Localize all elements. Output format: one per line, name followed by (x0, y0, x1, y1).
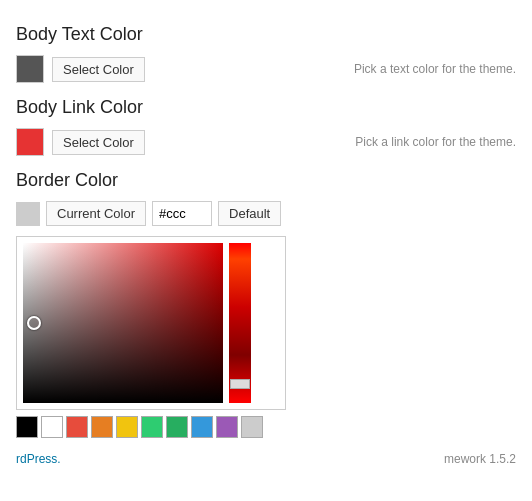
color-picker-panel (16, 236, 286, 410)
swatch-purple[interactable] (216, 416, 238, 438)
swatches-row (16, 416, 516, 438)
body-text-select-color-button[interactable]: Select Color (52, 57, 145, 82)
body-link-color-row: Select Color Pick a link color for the t… (16, 128, 516, 156)
footer-framework-text: mework 1.5.2 (444, 452, 516, 466)
swatch-yellow[interactable] (116, 416, 138, 438)
body-link-color-swatch (16, 128, 44, 156)
body-text-color-section: Body Text Color Select Color Pick a text… (16, 24, 516, 83)
swatch-green[interactable] (141, 416, 163, 438)
body-text-hint: Pick a text color for the theme. (354, 62, 516, 76)
body-link-color-title: Body Link Color (16, 97, 516, 118)
gradient-handle[interactable] (27, 316, 41, 330)
hash-color-input[interactable] (152, 201, 212, 226)
body-link-hint: Pick a link color for the theme. (355, 135, 516, 149)
current-color-button[interactable]: Current Color (46, 201, 146, 226)
swatch-blue[interactable] (191, 416, 213, 438)
swatch-red[interactable] (66, 416, 88, 438)
body-link-color-section: Body Link Color Select Color Pick a link… (16, 97, 516, 156)
swatch-dark-green[interactable] (166, 416, 188, 438)
border-color-section: Border Color Current Color Default (16, 170, 516, 438)
body-text-color-left: Select Color (16, 55, 145, 83)
hue-handle[interactable] (230, 379, 250, 389)
hue-slider[interactable] (229, 243, 251, 403)
body-link-color-left: Select Color (16, 128, 145, 156)
footer-row: rdPress. mework 1.5.2 (16, 446, 516, 466)
swatch-white[interactable] (41, 416, 63, 438)
swatch-orange[interactable] (91, 416, 113, 438)
hue-slider-container (229, 243, 251, 403)
body-text-color-row: Select Color Pick a text color for the t… (16, 55, 516, 83)
swatch-black[interactable] (16, 416, 38, 438)
body-text-color-title: Body Text Color (16, 24, 516, 45)
border-color-title: Border Color (16, 170, 516, 191)
body-link-select-color-button[interactable]: Select Color (52, 130, 145, 155)
default-button[interactable]: Default (218, 201, 281, 226)
body-text-color-swatch (16, 55, 44, 83)
gradient-overlay (23, 243, 223, 403)
border-color-swatch (16, 202, 40, 226)
border-color-controls: Current Color Default (16, 201, 516, 226)
color-gradient-box[interactable] (23, 243, 223, 403)
footer-link[interactable]: rdPress. (16, 452, 61, 466)
swatch-light-gray[interactable] (241, 416, 263, 438)
page-wrapper: Body Text Color Select Color Pick a text… (0, 0, 532, 501)
